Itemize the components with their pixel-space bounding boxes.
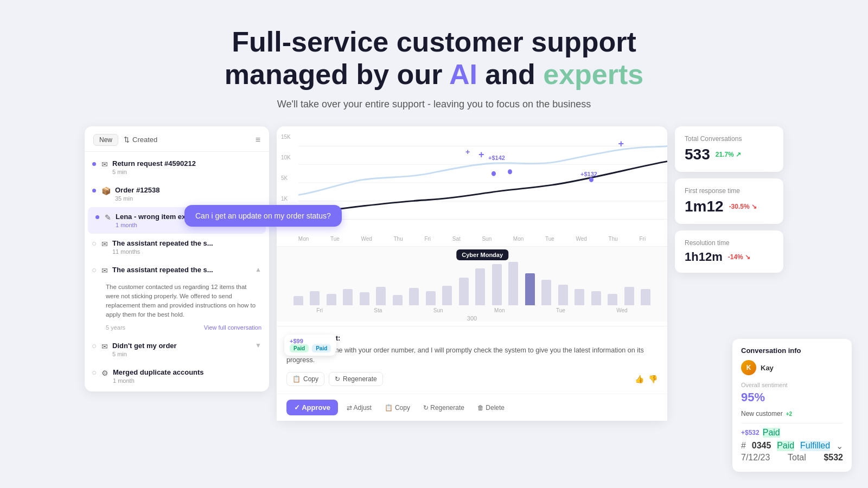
- svg-point-7: [589, 177, 593, 182]
- thumbs-down-button[interactable]: 👎: [648, 375, 658, 383]
- order-paid-tag: Paid: [763, 428, 780, 438]
- expand-icon[interactable]: ▲: [255, 266, 261, 273]
- x-label: Sat: [452, 236, 461, 242]
- bar-x-label: Sta: [374, 307, 382, 313]
- order-fulfilled-tag: Fulfilled: [800, 441, 830, 451]
- sort-button[interactable]: ⇅ Created: [124, 136, 157, 144]
- copy-button[interactable]: 📋 Copy: [286, 372, 324, 386]
- conversation-expanded: The customer contacted us regarding 12 i…: [85, 280, 269, 336]
- conversation-content: Merged duplicate accounts 1 month: [113, 368, 261, 384]
- conversations-panel: New ⇅ Created ≡ ✉ Return request #459021…: [85, 126, 269, 391]
- list-item[interactable]: ✉ Didn't get my order 5 min ▼: [85, 336, 269, 363]
- list-item[interactable]: ⚙ Merged duplicate accounts 1 month: [85, 363, 269, 389]
- bar-column: [605, 294, 621, 305]
- merge-icon: ⚙: [101, 369, 108, 377]
- x-label: Wed: [361, 236, 372, 242]
- chat-bubble: Can i get an update on my order status?: [184, 205, 342, 227]
- conversation-title: Order #12538: [115, 186, 261, 194]
- read-dot: [92, 371, 96, 375]
- view-full-conversation-link[interactable]: View full conversation: [204, 324, 261, 331]
- fulfilled-tag: Paid: [312, 344, 331, 352]
- bar-column: [390, 295, 405, 305]
- sentiment-value: 95%: [741, 390, 843, 404]
- bar-column: [556, 285, 571, 305]
- bar-column: [522, 273, 538, 305]
- first-response-value: 1m12: [685, 198, 724, 215]
- unread-dot: [92, 162, 96, 166]
- bar-x-label: Sun: [433, 307, 443, 313]
- bar: [426, 291, 436, 305]
- copy-action-button[interactable]: 📋 Copy: [380, 401, 414, 415]
- list-item[interactable]: 📦 Order #12538 35 min: [85, 181, 269, 207]
- bar: [393, 295, 403, 305]
- chevron-icon: ⌄: [836, 441, 843, 451]
- order-amount-row: +$532 Paid: [741, 428, 843, 438]
- delete-button[interactable]: 🗑 Delete: [473, 401, 509, 415]
- list-item[interactable]: ✉ Return request #4590212 5 min: [85, 154, 269, 181]
- regenerate-button[interactable]: ↻ Regenerate: [329, 372, 383, 386]
- approve-bar: ✓ Approve ⇄ Adjust 📋 Copy ↻ Regenerate 🗑…: [277, 394, 667, 421]
- total-conversations-value: 533: [685, 146, 710, 163]
- list-item[interactable]: ✉ The assistant repeated the s... ▲: [85, 260, 269, 280]
- sentiment-section: Overall sentiment 95%: [741, 382, 843, 404]
- hero-ai-word: AI: [449, 59, 477, 90]
- plus-icon1: +: [478, 149, 484, 160]
- x-label: Mon: [298, 236, 309, 242]
- mail-icon: ✉: [101, 240, 108, 248]
- conversation-time: 35 min: [115, 195, 261, 202]
- approve-button[interactable]: ✓ Approve: [286, 400, 338, 415]
- bar: [641, 289, 650, 305]
- bar: [293, 296, 303, 305]
- ai-response-area: ✨ AI assistant: Please provide me with y…: [277, 326, 667, 394]
- y-label: 10K: [281, 155, 291, 160]
- bar-column: [456, 278, 471, 305]
- regenerate-action-label: ↻ Regenerate: [423, 404, 464, 412]
- filter-button[interactable]: ≡: [256, 135, 260, 145]
- bar: [360, 292, 369, 305]
- svg-point-6: [508, 169, 512, 174]
- read-dot: [92, 242, 96, 246]
- bar: [591, 291, 601, 305]
- total-conversations-row: 533 21.7% ↗: [685, 146, 774, 163]
- conversation-content: Order #12538 35 min: [115, 186, 261, 202]
- conversation-title: Merged duplicate accounts: [113, 368, 261, 376]
- copy-action-icon: 📋: [385, 404, 393, 412]
- bar-column: [506, 262, 521, 305]
- conversation-info-panel: Conversation info K Kay Overall sentimen…: [732, 339, 852, 472]
- resolution-time-change: -14% ↘: [728, 253, 750, 261]
- order-amount: +$99: [290, 338, 303, 344]
- first-response-row: 1m12 -30.5% ↘: [685, 198, 774, 215]
- chart-panel: 15K 10K 5K 1K 0: [277, 126, 667, 421]
- bar: [376, 287, 386, 305]
- plus-icon3: +: [618, 138, 624, 150]
- x-label: Sun: [482, 236, 492, 242]
- first-response-card: First response time 1m12 -30.5% ↘: [675, 178, 783, 224]
- collapse-icon[interactable]: ▼: [255, 342, 261, 349]
- conversation-time: 5 min: [112, 351, 252, 357]
- conversation-time: 5 min: [112, 169, 261, 175]
- edit-icon: ✎: [105, 213, 111, 222]
- new-customer-label: New customer: [741, 410, 783, 418]
- bar-column: [374, 287, 389, 305]
- bar-column: [639, 289, 654, 305]
- bar-column: [308, 291, 323, 305]
- resolution-time-change-value: -14%: [728, 253, 743, 261]
- bar-column: [423, 291, 438, 305]
- agent-avatar: K: [741, 360, 756, 375]
- regenerate-icon: ↻: [335, 375, 340, 383]
- bar: [575, 289, 584, 305]
- x-label: Fri: [639, 236, 646, 242]
- list-item[interactable]: ✉ The assistant repeated the s... 11 mon…: [85, 234, 269, 260]
- mail-icon: ✉: [101, 160, 108, 169]
- stats-panel: Total Conversations 533 21.7% ↗ First re…: [675, 126, 783, 273]
- agent-row: K Kay: [741, 360, 843, 375]
- adjust-button[interactable]: ⇄ Adjust: [342, 401, 376, 415]
- regenerate-action-button[interactable]: ↻ Regenerate: [419, 401, 469, 415]
- expanded-date: 5 years: [106, 324, 125, 331]
- cyber-monday-badge: Cyber Monday: [456, 249, 508, 260]
- conversation-title: The assistant repeated the s...: [112, 266, 252, 274]
- x-label: Fri: [424, 236, 431, 242]
- order-amount-display: +$532: [741, 429, 760, 436]
- thumbs-up-button[interactable]: 👍: [635, 375, 644, 383]
- bar-column: [291, 296, 306, 305]
